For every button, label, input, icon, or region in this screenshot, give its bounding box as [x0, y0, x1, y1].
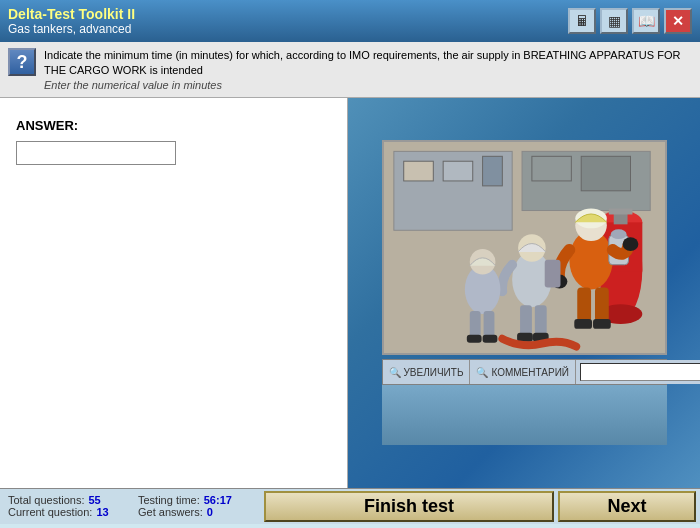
- testing-time-value: 56:17: [204, 494, 232, 506]
- close-icon[interactable]: ✕: [664, 8, 692, 34]
- svg-rect-30: [534, 305, 546, 337]
- app-subtitle: Gas tankers, advanced: [8, 22, 135, 36]
- svg-rect-22: [577, 288, 591, 323]
- svg-rect-4: [403, 162, 433, 182]
- question-bar: ? Indicate the minimum time (in minutes)…: [0, 42, 700, 98]
- title-icons: 🖩 ▦ 📖 ✕: [568, 8, 692, 34]
- total-questions-label: Total questions:: [8, 494, 84, 506]
- title-bar: Delta-Test Toolkit II Gas tankers, advan…: [0, 0, 700, 42]
- get-answers-label: Get answers:: [138, 506, 203, 518]
- svg-rect-24: [574, 319, 592, 329]
- enlarge-label: УВЕЛИЧИТЬ: [404, 367, 464, 378]
- svg-rect-35: [469, 311, 480, 339]
- svg-rect-37: [466, 335, 481, 343]
- current-question-value: 13: [96, 506, 108, 518]
- comment-label: КОММЕНТАРИЙ: [491, 367, 569, 378]
- get-answers-value: 0: [207, 506, 213, 518]
- magnify-icon: 🔍: [389, 367, 401, 378]
- current-question-label: Current question:: [8, 506, 92, 518]
- image-container: [382, 140, 667, 355]
- total-questions-value: 55: [88, 494, 100, 506]
- right-panel: 🔍 УВЕЛИЧИТЬ 🔍 КОММЕНТАРИЙ 🔍: [348, 98, 700, 488]
- svg-rect-29: [520, 305, 532, 337]
- stats-left: Total questions: 55 Current question: 13: [0, 489, 130, 524]
- image-toolbar: 🔍 УВЕЛИЧИТЬ 🔍 КОММЕНТАРИЙ 🔍: [382, 359, 667, 385]
- firefighter-image: [384, 140, 665, 355]
- total-questions-row: Total questions: 55: [8, 494, 122, 506]
- svg-rect-31: [517, 333, 533, 342]
- question-mark-icon: ?: [8, 48, 36, 76]
- spreadsheet-icon[interactable]: ▦: [600, 8, 628, 34]
- svg-rect-23: [594, 288, 608, 323]
- question-content: Indicate the minimum time (in minutes) f…: [44, 48, 692, 91]
- answer-input[interactable]: [16, 141, 176, 165]
- svg-point-21: [622, 237, 638, 251]
- get-answers-row: Get answers: 0: [138, 506, 252, 518]
- calculator-icon[interactable]: 🖩: [568, 8, 596, 34]
- svg-point-19: [610, 230, 626, 240]
- svg-rect-14: [608, 209, 632, 215]
- book-icon[interactable]: 📖: [632, 8, 660, 34]
- finish-test-button[interactable]: Finish test: [264, 491, 554, 522]
- thumbnail-strip: [382, 385, 667, 445]
- app-title: Delta-Test Toolkit II: [8, 6, 135, 22]
- svg-rect-36: [483, 311, 494, 339]
- enlarge-button[interactable]: 🔍 УВЕЛИЧИТЬ: [383, 360, 471, 384]
- image-search: 🔍: [576, 360, 700, 384]
- svg-rect-6: [482, 157, 502, 187]
- svg-rect-38: [482, 335, 497, 343]
- stats-right: Testing time: 56:17 Get answers: 0: [130, 489, 260, 524]
- left-panel: ANSWER:: [0, 98, 348, 488]
- answer-label: ANSWER:: [16, 118, 331, 133]
- main-content: ANSWER:: [0, 98, 700, 488]
- svg-rect-25: [593, 319, 611, 329]
- testing-time-row: Testing time: 56:17: [138, 494, 252, 506]
- comment-icon: 🔍: [476, 367, 488, 378]
- svg-rect-28: [544, 260, 560, 288]
- testing-time-label: Testing time:: [138, 494, 200, 506]
- bottom-bar: Total questions: 55 Current question: 13…: [0, 488, 700, 524]
- svg-rect-7: [531, 157, 570, 182]
- question-hint: Enter the numerical value in minutes: [44, 79, 692, 91]
- svg-rect-8: [581, 157, 630, 192]
- question-text: Indicate the minimum time (in minutes) f…: [44, 48, 692, 79]
- current-question-row: Current question: 13: [8, 506, 122, 518]
- image-search-input[interactable]: [580, 363, 700, 381]
- comment-button[interactable]: 🔍 КОММЕНТАРИЙ: [470, 360, 576, 384]
- title-text: Delta-Test Toolkit II Gas tankers, advan…: [8, 6, 135, 36]
- next-button[interactable]: Next: [558, 491, 696, 522]
- svg-rect-5: [443, 162, 473, 182]
